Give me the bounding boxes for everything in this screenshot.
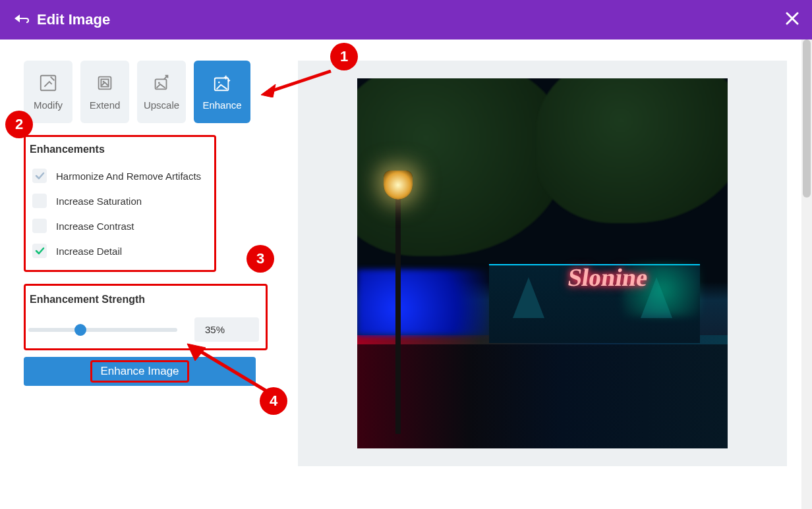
tab-enhance[interactable]: Enhance [194, 61, 250, 123]
tab-extend[interactable]: Extend [80, 61, 129, 123]
slider-thumb[interactable] [74, 324, 86, 336]
neon-sign-text: Slonine [566, 263, 650, 292]
image-canvas: Slonine [298, 61, 787, 466]
strength-value: 35% [194, 317, 259, 342]
tab-upscale[interactable]: Upscale [137, 61, 186, 123]
strength-title: Enhancement Strength [28, 294, 259, 306]
option-saturation[interactable]: Increase Saturation [28, 188, 208, 213]
app-header: Edit Image [0, 0, 812, 40]
checkbox-detail[interactable] [32, 244, 47, 258]
annotation-arrow-1 [260, 70, 332, 100]
option-saturation-label: Increase Saturation [56, 196, 142, 207]
sidebar: Modify Extend Upscale Enhance Enhancemen… [24, 61, 261, 509]
page-title: Edit Image [37, 11, 110, 28]
tab-extend-label: Extend [90, 99, 121, 111]
checkbox-harmonize[interactable] [32, 169, 47, 183]
option-harmonize-label: Harmonize And Remove Artifacts [56, 171, 201, 182]
annotation-badge-1: 1 [330, 43, 358, 70]
option-detail-label: Increase Detail [56, 246, 122, 257]
option-contrast[interactable]: Increase Contrast [28, 213, 208, 238]
strength-panel: Enhancement Strength 35% [24, 284, 268, 350]
checkbox-saturation[interactable] [32, 194, 47, 208]
back-icon[interactable] [13, 12, 29, 28]
tab-modify[interactable]: Modify [24, 61, 72, 123]
option-contrast-label: Increase Contrast [56, 221, 134, 232]
svg-point-5 [158, 82, 160, 84]
enhancements-title: Enhancements [28, 144, 208, 155]
tab-upscale-label: Upscale [144, 99, 179, 111]
option-harmonize[interactable]: Harmonize And Remove Artifacts [28, 163, 208, 188]
option-detail[interactable]: Increase Detail [28, 238, 208, 263]
tab-enhance-label: Enhance [202, 99, 241, 111]
annotation-badge-3: 3 [246, 245, 274, 273]
enhance-image-label: Enhance Image [90, 360, 188, 383]
svg-point-7 [218, 82, 220, 84]
annotation-badge-4: 4 [260, 387, 287, 415]
edit-tabs: Modify Extend Upscale Enhance [24, 61, 261, 123]
close-icon[interactable] [786, 11, 799, 29]
checkbox-contrast[interactable] [32, 219, 47, 233]
strength-slider[interactable] [28, 328, 177, 332]
annotation-badge-2: 2 [5, 111, 33, 138]
vertical-scrollbar[interactable] [801, 40, 812, 509]
enhancements-panel: Enhancements Harmonize And Remove Artifa… [24, 135, 216, 272]
annotation-arrow-4 [186, 342, 272, 398]
image-preview: Slonine [357, 78, 728, 448]
tab-modify-label: Modify [34, 99, 63, 111]
